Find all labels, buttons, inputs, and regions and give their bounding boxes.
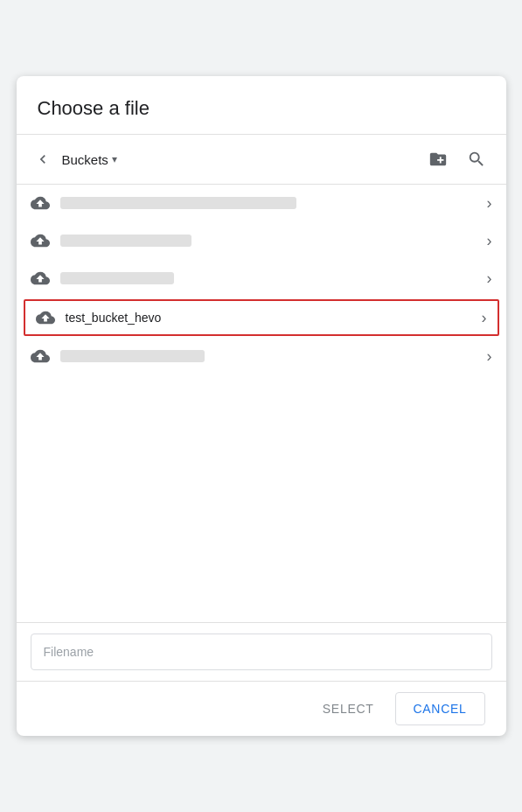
browser-toolbar: Buckets ▾ bbox=[17, 135, 506, 185]
list-item-selected[interactable]: test_bucket_hevo › bbox=[24, 299, 499, 336]
filename-section bbox=[17, 622, 506, 681]
back-button[interactable] bbox=[31, 147, 55, 172]
file-item-name bbox=[60, 234, 477, 247]
choose-file-dialog: Choose a file Buckets ▾ bbox=[17, 76, 506, 736]
chevron-right-icon: › bbox=[487, 347, 492, 366]
select-button[interactable]: SELECT bbox=[309, 693, 388, 724]
file-item-name bbox=[60, 197, 477, 209]
file-item-name bbox=[60, 350, 477, 362]
cancel-button[interactable]: CANCEL bbox=[395, 692, 485, 725]
toolbar-actions bbox=[422, 144, 492, 175]
file-item-name bbox=[60, 272, 477, 284]
list-item[interactable]: › bbox=[17, 338, 506, 375]
file-browser: Buckets ▾ bbox=[17, 135, 506, 622]
new-folder-button[interactable] bbox=[422, 144, 454, 175]
breadcrumb-dropdown-icon[interactable]: ▾ bbox=[112, 153, 117, 165]
chevron-right-icon: › bbox=[487, 194, 492, 213]
breadcrumb: Buckets ▾ bbox=[62, 152, 415, 167]
dialog-title: Choose a file bbox=[17, 76, 506, 135]
file-item-name: test_bucket_hevo bbox=[66, 311, 471, 325]
list-item[interactable]: › bbox=[17, 260, 506, 298]
chevron-right-icon: › bbox=[487, 270, 492, 288]
chevron-right-icon: › bbox=[482, 309, 487, 327]
search-button[interactable] bbox=[461, 144, 492, 175]
filename-input[interactable] bbox=[31, 634, 492, 670]
dialog-footer: SELECT CANCEL bbox=[17, 681, 506, 736]
breadcrumb-label[interactable]: Buckets bbox=[62, 152, 108, 167]
list-item[interactable]: › bbox=[17, 185, 506, 222]
file-list: › › › bbox=[17, 185, 506, 622]
list-item[interactable]: › bbox=[17, 222, 506, 260]
chevron-right-icon: › bbox=[487, 232, 492, 250]
